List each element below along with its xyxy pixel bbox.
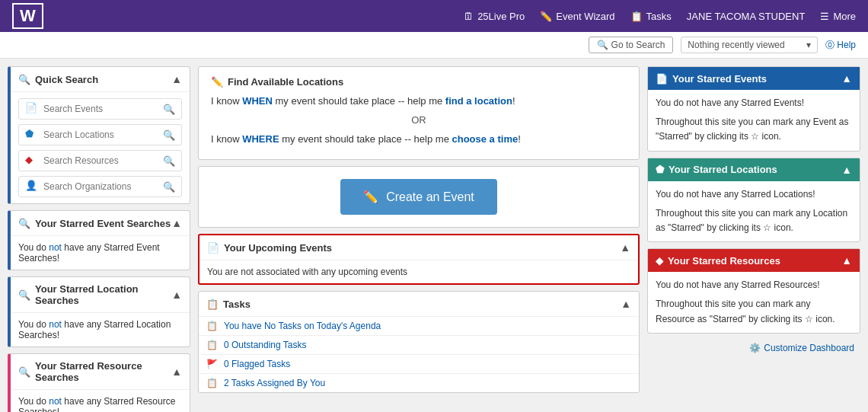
starred-location-searches-message: You do not have any Starred Location Sea… — [18, 319, 182, 340]
create-event-icon: ✏️ — [363, 190, 378, 204]
recently-viewed-dropdown[interactable]: Nothing recently viewed ▾ — [681, 37, 818, 53]
starred-locations-msg1: You do not have any Starred Locations! — [656, 187, 852, 202]
search-resources-icon[interactable]: 🔍 — [163, 155, 175, 167]
find-location-link[interactable]: find a location — [445, 95, 512, 107]
where-link[interactable]: WHERE — [242, 133, 279, 145]
starred-locations-header: ⬟ Your Starred Locations ▲ — [648, 158, 860, 181]
collapse-starred-resources-icon[interactable]: ▲ — [841, 254, 852, 267]
nav-25live-pro[interactable]: 🗓 25Live Pro — [464, 11, 525, 22]
search-resources-item[interactable]: ◆ 🔍 — [18, 150, 182, 171]
task-item-outstanding: 📋 0 Outstanding Tasks — [199, 336, 639, 355]
help-circle-icon: ⓪ — [825, 39, 834, 52]
collapse-upcoming-events-icon[interactable]: ▲ — [620, 241, 630, 254]
center-column: ✏️ Find Available Locations I know WHEN … — [198, 66, 640, 393]
starred-locations-body: You do not have any Starred Locations! T… — [648, 181, 860, 242]
left-column: 🔍 Quick Search ▲ 📄 🔍 ⬟ 🔍 ◆ — [8, 66, 190, 412]
nav-event-wizard-label: Event Wizard — [556, 11, 614, 22]
task-item-flagged-icon: 🚩 — [206, 359, 218, 369]
starred-events-card: 📄 Your Starred Events ▲ You do not have … — [647, 66, 860, 152]
search-locations-icon[interactable]: 🔍 — [163, 129, 175, 141]
upcoming-events-header: 📄 Your Upcoming Events ▲ — [199, 235, 638, 260]
collapse-starred-locations-icon[interactable]: ▲ — [841, 164, 852, 176]
nav-event-wizard[interactable]: ✏️ Event Wizard — [540, 11, 614, 22]
calendar-icon: 🗓 — [464, 11, 474, 22]
search-locations-item[interactable]: ⬟ 🔍 — [18, 124, 182, 145]
nav-items: 🗓 25Live Pro ✏️ Event Wizard 📋 Tasks JAN… — [464, 11, 856, 22]
create-event-label: Create an Event — [386, 190, 474, 204]
search-icon: 🔍 — [18, 74, 30, 85]
or-divider: OR — [211, 113, 627, 129]
find-locations-body: ✏️ Find Available Locations I know WHEN … — [199, 67, 639, 159]
task-item-no-tasks: 📋 You have No Tasks on Today's Agenda — [199, 317, 639, 336]
collapse-starred-events-icon[interactable]: ▲ — [841, 72, 852, 85]
starred-resource-searches-message: You do not have any Starred Resource Sea… — [18, 396, 182, 412]
collapse-starred-resources-icon[interactable]: ▲ — [171, 366, 182, 378]
tasks-icon: 📋 — [206, 299, 219, 310]
menu-icon: ☰ — [820, 11, 829, 22]
collapse-starred-locations-icon[interactable]: ▲ — [171, 289, 182, 301]
go-to-search-button[interactable]: 🔍 Go to Search — [589, 37, 674, 53]
starred-events-body: You do not have any Starred Events! Thro… — [648, 90, 860, 151]
task-outstanding-link[interactable]: 0 Outstanding Tasks — [224, 340, 307, 350]
edit-icon: ✏️ — [540, 11, 552, 22]
search-resources-input[interactable] — [43, 155, 163, 166]
nav-user[interactable]: JANE TACOMA STUDENT — [687, 11, 806, 22]
help-label: Help — [837, 40, 856, 50]
resources-icon: ◆ — [25, 154, 39, 168]
nav-more[interactable]: ☰ More — [820, 11, 856, 22]
collapse-tasks-icon[interactable]: ▲ — [621, 298, 631, 310]
starred-resources-title: Your Starred Resources — [668, 255, 780, 267]
find-locations-line2: I know WHERE my event should take place … — [211, 132, 627, 148]
search-events-icon[interactable]: 🔍 — [163, 104, 175, 115]
starred-resource-searches-title: Your Starred Resource Searches — [35, 360, 171, 383]
starred-events-header-icon: 📄 — [656, 73, 668, 85]
starred-event-searches-body: You do not have any Starred Event Search… — [11, 236, 190, 270]
choose-time-link[interactable]: choose a time — [452, 133, 518, 145]
top-navigation: W 🗓 25Live Pro ✏️ Event Wizard 📋 Tasks J… — [0, 0, 868, 32]
search-events-item[interactable]: 📄 🔍 — [18, 98, 182, 120]
upcoming-events-title: Your Upcoming Events — [224, 242, 332, 254]
nav-tasks[interactable]: 📋 Tasks — [630, 11, 672, 22]
starred-event-searches-header: 🔍 Your Starred Event Searches ▲ — [11, 211, 190, 236]
tasks-list: 📋 You have No Tasks on Today's Agenda 📋 … — [199, 317, 639, 392]
search-organizations-item[interactable]: 👤 🔍 — [18, 176, 182, 197]
starred-event-searches-title: Your Starred Event Searches — [35, 218, 171, 229]
help-link[interactable]: ⓪ Help — [825, 39, 856, 52]
tasks-title: Tasks — [223, 299, 251, 310]
starred-events-msg1: You do not have any Starred Events! — [656, 96, 852, 110]
collapse-starred-events-icon[interactable]: ▲ — [171, 217, 182, 229]
starred-location-searches-body: You do not have any Starred Location Sea… — [11, 313, 190, 347]
task-item-flagged: 🚩 0 Flagged Tasks — [199, 355, 639, 374]
when-link[interactable]: WHEN — [242, 95, 273, 107]
search-locations-input[interactable] — [43, 129, 163, 140]
search-organizations-input[interactable] — [43, 181, 163, 192]
chevron-down-icon: ▾ — [806, 40, 811, 50]
task-flagged-link[interactable]: 0 Flagged Tasks — [224, 359, 290, 369]
upcoming-events-card: 📄 Your Upcoming Events ▲ You are not ass… — [198, 234, 640, 285]
search-events-input[interactable] — [43, 104, 163, 114]
task-assigned-link[interactable]: 2 Tasks Assigned By You — [224, 378, 325, 388]
starred-resources-card: ◆ Your Starred Resources ▲ You do not ha… — [647, 248, 860, 334]
starred-resource-searches-body: You do not have any Starred Resource Sea… — [11, 390, 190, 412]
create-event-button[interactable]: ✏️ Create an Event — [340, 179, 497, 215]
find-locations-card: ✏️ Find Available Locations I know WHEN … — [198, 66, 640, 160]
upcoming-events-message: You are not associated with any upcoming… — [207, 267, 630, 277]
starred-location-searches-header: 🔍 Your Starred Location Searches ▲ — [11, 277, 190, 313]
nav-tasks-label: Tasks — [646, 11, 672, 22]
quick-search-body: 📄 🔍 ⬟ 🔍 ◆ 🔍 👤 🔍 — [11, 92, 190, 203]
starred-locations-title: Your Starred Locations — [669, 164, 777, 175]
pencil-map-icon: ✏️ — [211, 76, 223, 88]
task-no-tasks-link[interactable]: You have No Tasks on Today's Agenda — [224, 321, 381, 331]
search-icon-small: 🔍 — [597, 40, 608, 50]
locations-icon: ⬟ — [25, 128, 39, 142]
starred-resource-searches-card: 🔍 Your Starred Resource Searches ▲ You d… — [8, 353, 190, 412]
customize-dashboard: ⚙️ Customize Dashboard — [647, 340, 860, 356]
upcoming-events-body: You are not associated with any upcoming… — [199, 260, 638, 283]
tasks-card: 📋 Tasks ▲ 📋 You have No Tasks on Today's… — [198, 291, 640, 393]
resource-search-icon: 🔍 — [18, 366, 30, 378]
search-organizations-icon[interactable]: 🔍 — [163, 181, 175, 193]
customize-dashboard-link[interactable]: ⚙️ Customize Dashboard — [653, 343, 854, 353]
collapse-quick-search-icon[interactable]: ▲ — [171, 73, 182, 85]
nav-more-label: More — [833, 11, 856, 22]
gear-icon: ⚙️ — [749, 343, 761, 353]
